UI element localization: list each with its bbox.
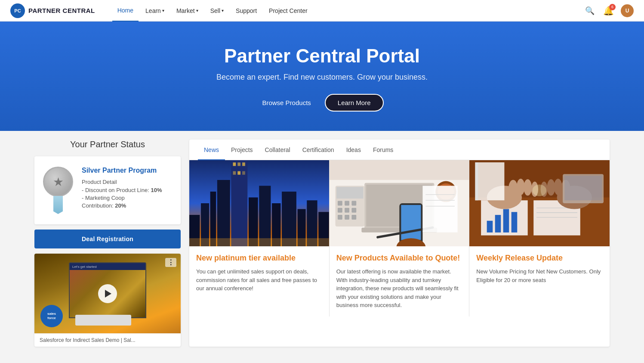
- discount-line: - Discount on Product Line: 10%: [82, 187, 162, 193]
- market-chevron-icon: ▾: [196, 8, 198, 13]
- tab-certification[interactable]: Certification: [296, 140, 340, 160]
- main-nav: Home Learn ▾ Market ▾ Sell ▾ Support Pro…: [112, 0, 583, 22]
- news-image-city: [189, 160, 329, 246]
- brand-name: PARTNER CENTRAL: [28, 7, 95, 14]
- medal-container: ★: [43, 167, 73, 214]
- svg-rect-55: [503, 209, 509, 233]
- hero-section: Partner Central Portal Become an expert.…: [0, 22, 644, 131]
- svg-rect-31: [345, 201, 349, 206]
- svg-point-70: [533, 185, 547, 196]
- news-title-3: Weekly Release Update: [476, 253, 603, 263]
- svg-point-61: [508, 180, 518, 198]
- tabs-container: News Projects Collateral Certification I…: [189, 140, 610, 160]
- desk-illustration: [330, 160, 469, 246]
- keyboard: [75, 315, 131, 326]
- notification-badge: 6: [609, 4, 616, 10]
- svg-rect-4: [217, 180, 230, 246]
- medal-star-icon: ★: [53, 175, 64, 189]
- tab-collateral[interactable]: Collateral: [259, 140, 296, 160]
- main-content: Your Partner Status ★ Silver Partner Pro…: [0, 131, 644, 355]
- tab-news[interactable]: News: [198, 140, 225, 160]
- svg-rect-37: [345, 215, 349, 220]
- news-body-2: New Products Available to Quote! Our lat…: [330, 246, 469, 316]
- notifications-button[interactable]: 🔔 6: [603, 6, 614, 16]
- tab-ideas[interactable]: Ideas: [340, 140, 367, 160]
- news-desc-1: You can get unlimited sales support on d…: [196, 267, 322, 293]
- nav-market[interactable]: Market ▾: [171, 0, 203, 22]
- svg-rect-30: [338, 201, 342, 206]
- svg-point-68: [547, 179, 555, 195]
- navbar: PC PARTNER CENTRAL Home Learn ▾ Market ▾…: [0, 0, 644, 22]
- svg-point-63: [524, 179, 532, 195]
- news-card-2[interactable]: New Products Available to Quote! Our lat…: [330, 160, 470, 316]
- logo-icon: PC: [10, 3, 25, 18]
- svg-rect-35: [351, 208, 356, 213]
- browse-products-button[interactable]: Browse Products: [260, 96, 312, 110]
- svg-rect-16: [259, 186, 271, 246]
- sell-chevron-icon: ▾: [222, 8, 224, 13]
- news-body-1: New platinum tier available You can get …: [189, 246, 329, 300]
- svg-rect-9: [233, 162, 236, 166]
- search-icon: 🔍: [585, 6, 595, 15]
- nav-sell[interactable]: Sell ▾: [205, 0, 229, 22]
- svg-rect-22: [189, 238, 329, 246]
- learn-chevron-icon: ▾: [162, 8, 164, 13]
- video-card: Let's get started salesforce ⋮ Salesfor: [34, 254, 181, 347]
- hero-actions: Browse Products Learn More: [260, 94, 383, 112]
- news-desc-2: Our latest offering is now available the…: [336, 267, 462, 310]
- marketing-line: - Marketing Coop: [82, 195, 162, 201]
- nav-support[interactable]: Support: [231, 0, 262, 22]
- nav-home[interactable]: Home: [112, 0, 139, 22]
- news-grid: New platinum tier available You can get …: [189, 160, 610, 316]
- tab-forums[interactable]: Forums: [367, 140, 399, 160]
- tab-projects[interactable]: Projects: [225, 140, 259, 160]
- avatar[interactable]: U: [621, 4, 634, 17]
- svg-rect-10: [237, 162, 240, 166]
- video-menu-button[interactable]: ⋮: [165, 258, 176, 267]
- hero-subtitle: Become an expert. Find new customers. Gr…: [216, 73, 428, 82]
- play-button[interactable]: [98, 284, 117, 303]
- svg-rect-11: [242, 162, 245, 166]
- navbar-logo[interactable]: PC PARTNER CENTRAL: [10, 3, 95, 18]
- news-card-1[interactable]: New platinum tier available You can get …: [189, 160, 330, 316]
- right-panel: News Projects Collateral Certification I…: [189, 140, 610, 347]
- nav-project-center[interactable]: Project Center: [264, 0, 312, 22]
- svg-rect-54: [495, 215, 501, 233]
- svg-rect-72: [565, 176, 602, 200]
- svg-rect-12: [233, 171, 236, 175]
- search-button[interactable]: 🔍: [583, 4, 596, 17]
- svg-rect-56: [512, 212, 518, 232]
- news-card-3[interactable]: Weekly Release Update New Volume Pricing…: [469, 160, 610, 316]
- svg-rect-38: [351, 215, 356, 220]
- news-image-hands: [469, 160, 610, 246]
- medal-ribbon: [53, 196, 63, 214]
- video-label: Salesforce for Indirect Sales Demo | Sal…: [34, 333, 181, 347]
- medal-icon: ★: [43, 167, 73, 197]
- news-title-2: New Products Available to Quote!: [336, 253, 462, 263]
- svg-rect-33: [338, 208, 342, 213]
- svg-rect-29: [336, 187, 363, 199]
- svg-rect-34: [345, 208, 349, 213]
- learn-more-button[interactable]: Learn More: [325, 94, 384, 112]
- deal-registration-button[interactable]: Deal Registration: [34, 230, 181, 248]
- svg-rect-45: [422, 186, 457, 232]
- svg-rect-42: [401, 205, 421, 240]
- nav-learn[interactable]: Learn ▾: [140, 0, 169, 22]
- news-desc-3: New Volume Pricing for Net New Customers…: [476, 267, 603, 284]
- video-thumbnail[interactable]: Let's get started salesforce ⋮: [34, 254, 181, 333]
- hands-illustration: [469, 160, 610, 246]
- partner-program-name: Silver Partner Program: [82, 167, 162, 174]
- contribution-line: Contribution: 20%: [82, 202, 162, 209]
- partner-status-title: Your Partner Status: [34, 140, 181, 149]
- svg-rect-74: [475, 162, 478, 200]
- partner-info: Silver Partner Program Product Detail - …: [82, 167, 162, 209]
- play-icon: [105, 290, 111, 298]
- left-panel: Your Partner Status ★ Silver Partner Pro…: [34, 140, 189, 347]
- svg-rect-36: [338, 215, 342, 220]
- news-title-1: New platinum tier available: [196, 253, 322, 263]
- news-body-3: Weekly Release Update New Volume Pricing…: [469, 246, 610, 291]
- svg-rect-14: [242, 171, 245, 175]
- news-image-desk: [330, 160, 469, 246]
- svg-rect-3: [210, 192, 216, 246]
- salesforce-badge: salesforce: [40, 305, 63, 327]
